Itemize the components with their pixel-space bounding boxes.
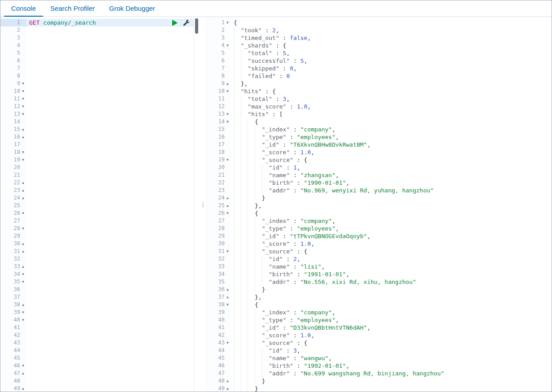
code-line — [29, 57, 194, 65]
indent-guides — [234, 103, 248, 110]
gutter-line: 8 — [0, 72, 26, 80]
fold-toggle-icon[interactable]: ▴ — [225, 377, 230, 385]
fold-toggle-icon[interactable]: ▾ — [20, 148, 26, 156]
fold-toggle-icon[interactable]: ▴ — [20, 187, 26, 194]
line-number: 27 — [0, 217, 20, 225]
code-line: "_index" : "company", — [234, 217, 552, 225]
tab-console[interactable]: Console — [4, 0, 43, 17]
fold-toggle-icon[interactable]: ▾ — [225, 110, 230, 118]
fold-toggle-icon[interactable]: ▴ — [225, 286, 230, 293]
json-punctuation: , — [293, 65, 297, 72]
json-punctuation: } — [262, 378, 265, 384]
fold-toggle-icon[interactable]: ▾ — [225, 301, 230, 309]
gutter-line: 40 — [207, 316, 230, 324]
code-line: "_score" : 1.0, — [234, 331, 552, 339]
fold-toggle-icon[interactable]: ▴ — [225, 202, 230, 209]
json-key: "total" — [248, 96, 272, 102]
fold-toggle-icon[interactable]: ▾ — [20, 225, 26, 232]
fold-toggle-icon[interactable]: ▴ — [225, 80, 230, 87]
fold-toggle-icon[interactable]: ▴ — [20, 370, 26, 377]
json-punctuation: , — [367, 141, 370, 148]
code-line: } — [234, 194, 552, 202]
code-line — [29, 118, 194, 126]
indent-guides — [234, 57, 248, 64]
json-punctuation: : — [290, 187, 300, 194]
json-punctuation: : — [290, 126, 300, 133]
gutter-line: 9▾ — [0, 80, 26, 87]
fold-toggle-icon[interactable]: ▾ — [20, 110, 26, 118]
fold-toggle-icon[interactable]: ▴ — [20, 179, 26, 187]
gutter-line: 19▾ — [0, 156, 26, 164]
fold-toggle-icon[interactable]: ▾ — [225, 209, 230, 217]
code-line: "hits" : { — [234, 87, 552, 95]
fold-spacer — [20, 217, 26, 225]
json-number: 2 — [272, 27, 276, 34]
fold-toggle-icon[interactable]: ▴ — [20, 248, 26, 255]
fold-spacer — [225, 65, 230, 72]
indent-guides — [234, 35, 241, 41]
fold-toggle-icon[interactable]: ▾ — [20, 278, 26, 286]
fold-toggle-icon[interactable]: ▾ — [20, 309, 26, 316]
json-punctuation: , — [304, 57, 308, 64]
json-punctuation: { — [255, 301, 258, 308]
fold-toggle-icon[interactable]: ▴ — [20, 194, 26, 202]
fold-toggle-icon[interactable]: ▾ — [225, 248, 230, 255]
fold-toggle-icon[interactable]: ▴ — [225, 385, 230, 392]
fold-spacer — [225, 225, 230, 232]
line-number: 35 — [207, 278, 225, 286]
fold-toggle-icon[interactable]: ▾ — [20, 270, 26, 278]
fold-toggle-icon[interactable]: ▴ — [20, 385, 26, 392]
fold-spacer — [225, 270, 230, 278]
indent-guides — [234, 88, 241, 95]
fold-toggle-icon[interactable]: ▾ — [20, 362, 26, 370]
fold-toggle-icon[interactable]: ▾ — [20, 209, 26, 217]
fold-toggle-icon[interactable]: ▾ — [20, 156, 26, 164]
fold-toggle-icon[interactable]: ▾ — [225, 118, 230, 126]
json-punctuation: , — [297, 164, 300, 171]
gutter-line: 40▾ — [0, 316, 26, 324]
fold-toggle-icon[interactable]: ▴ — [20, 263, 26, 270]
send-request-button[interactable] — [172, 20, 178, 26]
indent-guides — [234, 118, 255, 125]
response-viewer[interactable]: { "took" : 2, "timed_out" : false, "_sha… — [230, 17, 552, 392]
gutter-line: 25 — [0, 202, 26, 209]
pane-resizer[interactable]: ⋮ — [199, 17, 207, 392]
code-line: } — [234, 385, 552, 392]
line-number: 4 — [207, 42, 225, 49]
scrollbar-thumb[interactable] — [195, 18, 198, 34]
fold-toggle-icon[interactable]: ▾ — [20, 103, 26, 110]
fold-spacer — [20, 171, 26, 179]
indent-guides — [234, 309, 262, 316]
gutter-line: 28▾ — [0, 225, 26, 232]
fold-toggle-icon[interactable]: ▴ — [20, 301, 26, 309]
fold-toggle-icon[interactable]: ▾ — [20, 316, 26, 324]
json-punctuation: , — [297, 256, 300, 262]
fold-toggle-icon[interactable]: ▾ — [20, 80, 26, 87]
line-number: 26 — [207, 209, 225, 217]
settings-wrench-button[interactable] — [183, 19, 190, 26]
fold-toggle-icon[interactable]: ▾ — [225, 19, 230, 26]
fold-toggle-icon[interactable]: ▴ — [20, 240, 26, 248]
tab-grok-debugger[interactable]: Grok Debugger — [102, 0, 162, 17]
fold-toggle-icon[interactable]: ▴ — [225, 293, 230, 301]
gutter-line: 35 — [207, 278, 230, 286]
fold-toggle-icon[interactable]: ▾ — [20, 87, 26, 95]
tab-search-profiler[interactable]: Search Profiler — [43, 0, 102, 17]
gutter-line: 45 — [0, 354, 26, 362]
request-editor[interactable]: GET company/_search — [26, 17, 194, 392]
code-line — [29, 217, 194, 225]
fold-toggle-icon[interactable]: ▴ — [20, 133, 26, 141]
left-editor-scrollbar[interactable] — [194, 17, 199, 392]
fold-toggle-icon[interactable]: ▾ — [225, 156, 230, 164]
fold-toggle-icon[interactable]: ▾ — [225, 339, 230, 347]
fold-toggle-icon[interactable]: ▾ — [225, 87, 230, 95]
json-key: "id" — [269, 347, 283, 354]
fold-toggle-icon[interactable]: ▾ — [225, 42, 230, 49]
indent-guides — [234, 202, 255, 209]
line-number: 13 — [0, 110, 20, 118]
fold-toggle-icon[interactable]: ▴ — [225, 194, 230, 202]
fold-toggle-icon[interactable]: ▴ — [20, 126, 26, 133]
fold-toggle-icon[interactable]: ▾ — [20, 95, 26, 103]
json-punctuation: } — [262, 286, 265, 293]
json-punctuation: : — [272, 50, 283, 57]
